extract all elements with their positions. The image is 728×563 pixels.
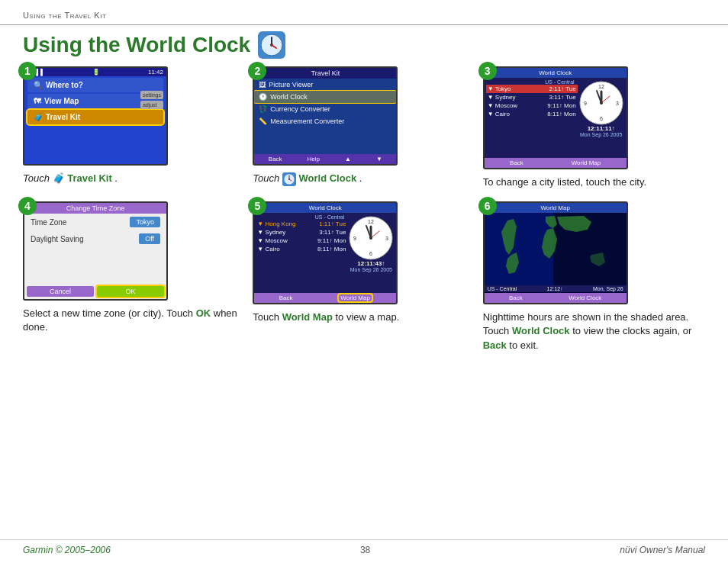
step2-touch-word: Touch — [253, 172, 282, 184]
screen2-currency-icon: 💱 — [259, 105, 267, 113]
step6-worldclock-highlight: World Clock — [512, 325, 570, 336]
screen-2: Travel Kit 🖼 Picture Viewer 🕐 World Cloc… — [253, 66, 398, 166]
screen5-subtitle: US - Central — [256, 214, 347, 220]
svg-text:9: 9 — [584, 101, 587, 106]
screen5-city-sydney: ▼ Sydney3:11↑ Tue — [256, 228, 347, 236]
footer-copyright: Garmin © 2005–2006 — [23, 545, 111, 555]
screen1-battery: 🔋 — [92, 69, 100, 76]
screen5-title-bar: World Clock — [254, 203, 396, 213]
screen5-city-moscow: ▼ Moscow9:11↑ Mon — [256, 236, 347, 245]
screen3-content: US - Central ▼ Tokyo2:11↑ Tue ▼ Sydney3:… — [485, 78, 627, 140]
step-6-number: 6 — [478, 197, 497, 215]
footer-page-number: 38 — [360, 545, 370, 555]
screen2-item-currency: 💱 Currency Converter — [254, 103, 396, 115]
screen6-title-bar: World Map — [485, 203, 627, 213]
screen2-pic-icon: 🖼 — [259, 81, 266, 88]
step3-text: To change a city listed, touch the city. — [483, 176, 646, 188]
screen1-adjust-btn: adjust — [140, 101, 163, 109]
screen4-bottom-bar: Cancel OK — [24, 284, 166, 299]
page-header: Using the Travel Kit — [0, 0, 728, 25]
screen-4: Change Time Zone Time Zone Tokyo Dayligh… — [23, 201, 168, 301]
page-title-area: Using the World Clock — [0, 31, 728, 66]
step1-period: . — [114, 172, 118, 184]
screen1-time: 11:42 — [148, 69, 163, 76]
screen5-content: US - Central ▼ Hong Kong1:11↑ Tue ▼ Sydn… — [254, 213, 396, 275]
screen2-item-pictureviewr: 🖼 Picture Viewer — [254, 79, 396, 91]
screen5-clock-area: 12 3 6 9 12:11:43↑ Mon Sep 26 2005 — [347, 214, 395, 274]
svg-text:3: 3 — [616, 101, 619, 106]
step5-worldmap-highlight: World Map — [282, 311, 333, 323]
screen4-title-bar: Change Time Zone — [24, 203, 166, 214]
step-1-number: 1 — [18, 62, 37, 80]
step-6-image-area: 6 World Map — [483, 201, 705, 304]
svg-text:12: 12 — [368, 219, 374, 224]
step-2-block: 2 Travel Kit 🖼 Picture Viewer 🕐 World Cl… — [253, 66, 475, 189]
screen2-back-btn: Back — [269, 156, 282, 162]
step2-period: . — [359, 172, 362, 184]
screen2-title-bar: Travel Kit — [254, 68, 396, 79]
screen2-item-worldclock: 🕐 World Clock — [254, 91, 396, 103]
screen3-worldmap-btn: World Map — [572, 159, 601, 166]
screen5-city-cairo: ▼ Cairo8:11↑ Mon — [256, 245, 347, 253]
step-2-image-area: 2 Travel Kit 🖼 Picture Viewer 🕐 World Cl… — [253, 66, 475, 166]
breadcrumb: Using the Travel Kit — [23, 11, 106, 20]
screen1-side-buttons: settings adjust — [140, 91, 163, 109]
screen6-back-btn: Back — [509, 294, 523, 301]
screen2-measure-icon: 📏 — [259, 117, 267, 125]
screen4-dst-label: Daylight Saving — [31, 235, 83, 243]
screen5-back-btn: Back — [279, 294, 293, 301]
screen1-item-travelkit: 🧳 Travel Kit — [27, 110, 163, 124]
svg-text:3: 3 — [385, 236, 388, 241]
screen5-analog-clock: 12 3 6 9 — [349, 216, 393, 260]
step-5-desc: Touch World Map to view a map. — [253, 310, 399, 324]
step-6-desc: Nighttime hours are shown in the shaded … — [483, 310, 705, 352]
screen6-bottom-info: US - Central 12:12↑ Mon, Sep 26 — [485, 285, 627, 292]
step-5-image-area: 5 World Clock US - Central ▼ Hong Kong1:… — [253, 201, 475, 304]
screen6-bottom-bar: Back World Clock — [485, 293, 627, 303]
screen-5: World Clock US - Central ▼ Hong Kong1:11… — [253, 201, 398, 304]
screen-6: World Map — [483, 201, 628, 304]
screen6-time: 12:12↑ — [547, 286, 563, 291]
step1-touch-word: Touch — [23, 172, 53, 184]
screen3-analog-clock: 12 3 6 9 — [579, 81, 623, 125]
step-3-number: 3 — [478, 62, 497, 80]
screen2-clock-icon: 🕐 — [259, 93, 267, 101]
screen2-down-btn: ▼ — [376, 156, 382, 162]
screen3-city-list: US - Central ▼ Tokyo2:11↑ Tue ▼ Sydney3:… — [486, 79, 578, 139]
step4-ok-highlight: OK — [196, 307, 211, 319]
screen1-map-icon: 🗺 — [34, 97, 41, 105]
screen3-back-btn: Back — [510, 159, 523, 166]
screen5-city-hongkong: ▼ Hong Kong1:11↑ Tue — [256, 220, 347, 228]
page-title: Using the World Clock — [23, 33, 250, 57]
step-2-desc: Touch World Clock . — [253, 172, 362, 186]
content-grid: 1 ▐▌▌▌ 🔋 11:42 🔍 Where to? 🗺 View Map 🧳 — [0, 66, 728, 352]
step-3-block: 3 World Clock US - Central ▼ Tokyo2:11↑ … — [483, 66, 705, 189]
screen2-item-measurement: 📏 Measurement Converter — [254, 115, 396, 127]
svg-text:6: 6 — [369, 251, 372, 256]
screen5-bottom-bar: Back World Map — [254, 293, 396, 303]
step-4-image-area: 4 Change Time Zone Time Zone Tokyo Dayli… — [23, 201, 245, 301]
screen4-cancel-btn[interactable]: Cancel — [27, 286, 94, 297]
screen3-city-tokyo: ▼ Tokyo2:11↑ Tue — [486, 85, 578, 93]
screen6-map-area — [485, 213, 627, 285]
screen3-city-sydney: ▼ Sydney3:11↑ Tue — [486, 93, 578, 101]
step-6-block: 6 World Map — [483, 201, 705, 352]
svg-text:6: 6 — [600, 116, 603, 121]
svg-text:12: 12 — [598, 84, 604, 89]
screen2-help-btn: Help — [308, 156, 320, 162]
screen5-date: Mon Sep 26 2005 — [350, 267, 392, 272]
screen1-bag-icon: 🧳 — [34, 113, 43, 121]
screen3-clock-area: 12 3 6 9 12:11:11↑ — [578, 79, 625, 139]
step-5-block: 5 World Clock US - Central ▼ Hong Kong1:… — [253, 201, 475, 352]
screen4-timezone-label: Time Zone — [31, 218, 66, 227]
svg-point-18 — [600, 101, 603, 105]
screen-1: ▐▌▌▌ 🔋 11:42 🔍 Where to? 🗺 View Map 🧳 Tr… — [23, 66, 168, 166]
screen6-location: US - Central — [488, 286, 517, 291]
screen6-map-svg — [485, 213, 627, 285]
screen4-ok-btn[interactable]: OK — [97, 286, 164, 297]
step-4-number: 4 — [18, 197, 37, 215]
screen2-bottom-bar: Back Help ▲ ▼ — [254, 154, 396, 164]
step2-highlight: World Clock — [299, 172, 357, 184]
screen3-date: Mon Sep 26 2005 — [580, 132, 622, 137]
screen5-digital-time: 12:11:43↑ — [357, 260, 385, 267]
